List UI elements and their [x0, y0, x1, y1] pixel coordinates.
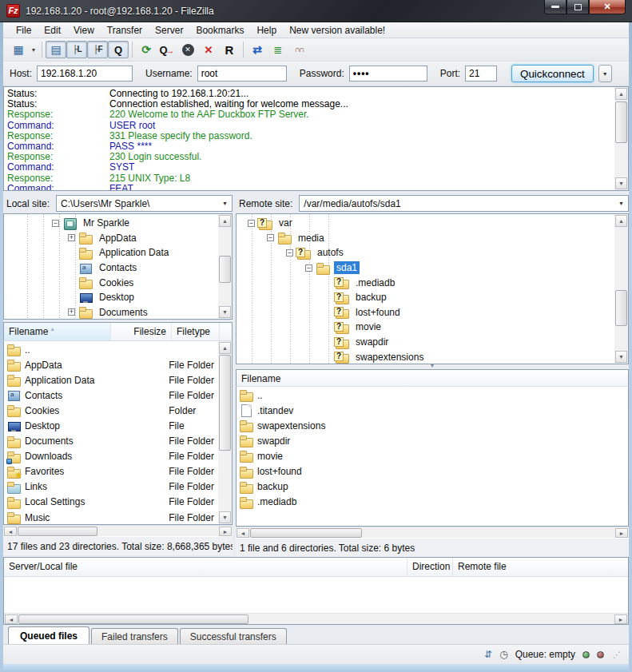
speed-limit-icon[interactable]: ◷: [499, 649, 507, 660]
host-input[interactable]: [37, 66, 133, 82]
file-row[interactable]: ..: [4, 342, 218, 357]
expander-icon[interactable]: [68, 308, 75, 316]
tree-item-mr-sparkle[interactable]: Mr Sparkle: [4, 216, 218, 231]
local-site-combobox[interactable]: C:\Users\Mr Sparkle\ ▼: [56, 195, 233, 212]
toggle-local-tree-button[interactable]: ├L: [66, 41, 87, 58]
synchronized-browsing-button[interactable]: ≣: [268, 41, 288, 58]
chevron-down-icon[interactable]: ▼: [222, 201, 228, 206]
tree-item-media[interactable]: media: [237, 231, 614, 246]
remote-hscrollbar[interactable]: ◄ ►: [236, 527, 629, 538]
tree-item-cookies[interactable]: Cookies: [4, 275, 218, 290]
scrollbar-thumb[interactable]: [615, 101, 627, 143]
tree-item-contacts[interactable]: Contacts: [4, 260, 218, 276]
file-row[interactable]: Local SettingsFile Folder: [4, 495, 218, 510]
refresh-button[interactable]: ⟳: [136, 41, 157, 58]
transfer-type-icon[interactable]: ⇵: [484, 649, 492, 660]
expander-icon[interactable]: [305, 264, 312, 272]
queue-hscrollbar[interactable]: ◄ ►: [4, 613, 628, 624]
menu-server[interactable]: Server: [149, 23, 189, 38]
scroll-up-icon[interactable]: ▲: [615, 215, 627, 227]
tree-item-desktop[interactable]: Desktop: [4, 290, 218, 305]
scrollbar-thumb[interactable]: [18, 614, 248, 624]
local-list-scrollbar[interactable]: ▲ ▼: [218, 341, 232, 524]
file-row[interactable]: Application DataFile Folder: [4, 372, 218, 388]
file-row[interactable]: ★FavoritesFile Folder: [4, 464, 218, 479]
file-row[interactable]: LinksFile Folder: [4, 479, 218, 495]
tree-item-autofs[interactable]: ?autofs: [237, 245, 614, 260]
scroll-up-icon[interactable]: ▲: [615, 88, 627, 100]
tab-queued-files[interactable]: Queued files: [8, 626, 89, 644]
tree-item-swapextensions[interactable]: ?swapextensions: [237, 349, 614, 364]
maximize-button[interactable]: [566, 0, 589, 14]
scrollbar-thumb[interactable]: [250, 528, 362, 538]
file-row[interactable]: DocumentsFile Folder: [4, 434, 218, 449]
minimize-button[interactable]: [544, 0, 566, 14]
remote-tree-scrollbar[interactable]: ▲ ▼: [614, 214, 628, 364]
site-manager-button[interactable]: ▦: [8, 41, 29, 58]
username-input[interactable]: [197, 66, 287, 82]
resize-grip[interactable]: ⋰: [613, 650, 621, 659]
scrollbar-thumb[interactable]: [219, 355, 231, 451]
file-row[interactable]: lost+found: [237, 463, 628, 479]
column-header-filename[interactable]: Filename: [237, 370, 628, 386]
column-header-remote-file[interactable]: Remote file: [453, 558, 628, 576]
tree-item-sda1[interactable]: sda1: [237, 260, 614, 276]
site-manager-dropdown[interactable]: ▼: [29, 41, 38, 58]
chevron-down-icon[interactable]: ▼: [618, 201, 624, 206]
scrollbar-thumb[interactable]: [18, 527, 97, 536]
tree-item-var[interactable]: ?var: [237, 216, 614, 231]
tree-item-appdata[interactable]: AppData: [4, 231, 218, 246]
file-row[interactable]: DesktopFile: [4, 418, 218, 433]
tree-item-lost-found[interactable]: ?lost+found: [237, 305, 614, 320]
scrollbar-thumb[interactable]: [219, 256, 231, 283]
scroll-up-icon[interactable]: ▲: [219, 342, 231, 354]
file-row[interactable]: ContactsFile Folder: [4, 388, 218, 403]
column-header-server-local-file[interactable]: Server/Local file: [4, 558, 407, 576]
scrollbar-thumb[interactable]: [615, 290, 627, 326]
column-header-filename[interactable]: Filename▲: [4, 323, 111, 340]
scroll-right-icon[interactable]: ►: [615, 528, 628, 538]
file-row[interactable]: swapextensions: [237, 418, 628, 433]
scroll-right-icon[interactable]: ►: [614, 614, 627, 624]
file-row[interactable]: CookiesFolder: [4, 403, 218, 418]
file-row[interactable]: .mediadb: [237, 495, 628, 510]
file-row[interactable]: AppDataFile Folder: [4, 357, 218, 372]
menu-help[interactable]: Help: [250, 23, 283, 38]
tree-item-backup[interactable]: ?backup: [237, 290, 614, 305]
compare-directories-button[interactable]: ⇄: [247, 41, 268, 58]
menu-new-version[interactable]: New version available!: [283, 23, 392, 38]
menu-edit[interactable]: Edit: [38, 23, 67, 38]
tree-item-swapdir[interactable]: ?swapdir: [237, 335, 614, 350]
column-header-filesize[interactable]: Filesize: [111, 323, 172, 340]
password-input[interactable]: [349, 66, 427, 82]
tree-item-documents[interactable]: Documents: [4, 305, 218, 319]
scroll-left-icon[interactable]: ◄: [237, 528, 249, 538]
expander-icon[interactable]: [248, 220, 255, 227]
tab-failed-transfers[interactable]: Failed transfers: [91, 628, 178, 644]
disconnect-button[interactable]: ✕: [198, 41, 219, 58]
menu-bookmarks[interactable]: Bookmarks: [189, 23, 250, 38]
scroll-down-icon[interactable]: ▼: [615, 351, 627, 363]
toggle-remote-tree-button[interactable]: ├F: [87, 41, 108, 58]
expander-icon[interactable]: [286, 249, 293, 256]
remote-site-combobox[interactable]: /var/media/autofs/sda1 ▼: [299, 195, 629, 212]
scroll-up-icon[interactable]: ▲: [219, 215, 231, 227]
column-header-direction[interactable]: Direction: [407, 558, 453, 576]
scroll-left-icon[interactable]: ◄: [4, 527, 17, 536]
menu-transfer[interactable]: Transfer: [101, 23, 149, 38]
file-row[interactable]: backup: [237, 479, 628, 495]
remote-pane-splitter[interactable]: ▼: [236, 364, 629, 369]
reconnect-button[interactable]: R: [219, 41, 240, 58]
close-button[interactable]: ✕: [589, 0, 626, 14]
expander-icon[interactable]: [68, 234, 75, 241]
local-hscrollbar[interactable]: ◄ ►: [3, 525, 233, 536]
find-files-button[interactable]: ∩∩: [288, 41, 309, 58]
tree-item-mediadb[interactable]: ?.mediadb: [237, 275, 614, 290]
collapse-arrow-icon[interactable]: ▼: [430, 363, 435, 368]
menu-file[interactable]: File: [10, 23, 38, 38]
file-row[interactable]: ..: [237, 388, 628, 403]
scroll-down-icon[interactable]: ▼: [219, 306, 231, 318]
file-row[interactable]: movie: [237, 448, 628, 463]
file-row[interactable]: DownloadsFile Folder: [4, 449, 218, 464]
column-header-filetype[interactable]: Filetype: [172, 323, 220, 340]
